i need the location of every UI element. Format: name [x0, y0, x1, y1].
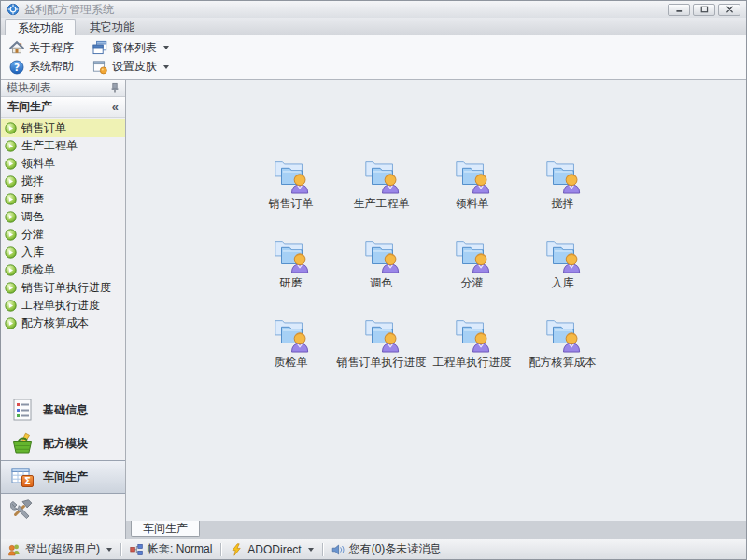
users-icon [7, 543, 21, 556]
pin-icon[interactable] [110, 82, 120, 94]
unread-messages-indicator[interactable]: 您有(0)条未读消息 [331, 541, 442, 557]
app-window: 益利配方管理系统 系统功能 其它功能 关于程序 窗体列表 系统帮助 [0, 0, 747, 560]
go-icon [5, 317, 17, 329]
sidebar-item-quality-check[interactable]: 质检单 [1, 261, 125, 279]
collapse-chevron-icon[interactable]: « [112, 101, 119, 113]
module-sales-order[interactable]: 销售订单 [246, 155, 336, 234]
sidebar-item-production-order[interactable]: 生产工程单 [1, 137, 125, 155]
section-workshop-production[interactable]: 车间生产 [1, 460, 125, 494]
module-group-title: 车间生产 [7, 99, 52, 115]
module-tinting[interactable]: 调色 [336, 234, 427, 314]
basket-icon [10, 431, 35, 455]
statusbar-separator [322, 543, 323, 556]
set-skin-label: 设置皮肤 [112, 59, 157, 75]
sidebar-item-mixing[interactable]: 搅拌 [1, 173, 125, 190]
module-panel-title: 模块列表 [7, 80, 51, 96]
module-quality-check[interactable]: 质检单 [246, 314, 336, 393]
module-panel-header: 模块列表 [1, 80, 125, 97]
statusbar-separator [120, 543, 121, 556]
toolbar: 关于程序 窗体列表 系统帮助 设置皮肤 [1, 35, 746, 80]
module-filling[interactable]: 分灌 [427, 234, 517, 314]
module-material-request[interactable]: 领料单 [427, 155, 517, 234]
go-icon [5, 211, 17, 223]
maximize-icon [700, 6, 709, 13]
sidebar-spacer [1, 332, 125, 393]
document-tab-workshop-production[interactable]: 车间生产 [131, 521, 200, 537]
sidebar-item-material-request[interactable]: 领料单 [1, 155, 125, 173]
sidebar-item-grinding[interactable]: 研磨 [1, 190, 125, 208]
tab-other-functions[interactable]: 其它功能 [78, 19, 147, 35]
about-program-button[interactable]: 关于程序 [6, 39, 78, 57]
system-help-button[interactable]: 系统帮助 [6, 58, 78, 76]
minimize-button[interactable] [668, 4, 690, 16]
sidebar-item-formula-cost[interactable]: 配方核算成本 [1, 315, 125, 332]
folder-user-icon [360, 314, 403, 353]
sidebar-item-sales-order[interactable]: 销售订单 [1, 119, 125, 137]
module-engineering-order-progress[interactable]: 工程单执行进度 [427, 314, 517, 393]
help-icon [9, 60, 24, 75]
sidebar-item-sales-order-progress[interactable]: 销售订单执行进度 [1, 279, 125, 297]
section-formula-module[interactable]: 配方模块 [1, 427, 125, 460]
ado-direct-button[interactable]: ADODirect [230, 543, 313, 556]
module-production-order[interactable]: 生产工程单 [336, 155, 427, 234]
window-title: 益利配方管理系统 [24, 2, 663, 18]
folder-user-icon [451, 155, 494, 194]
sidebar-item-tinting[interactable]: 调色 [1, 208, 125, 226]
form-list-button[interactable]: 窗体列表 [89, 39, 173, 57]
go-icon [5, 229, 17, 241]
module-formula-cost[interactable]: 配方核算成本 [517, 314, 608, 393]
titlebar: 益利配方管理系统 [1, 1, 746, 18]
go-icon [5, 140, 17, 152]
go-icon [5, 246, 17, 259]
dropdown-caret-icon [106, 548, 112, 552]
folder-user-icon [542, 314, 585, 353]
document-tabstrip: 车间生产 [126, 521, 746, 539]
statusbar: 登出(超级用户) 帐套: Normal ADODirect 您有(0)条未读消息 [1, 539, 746, 559]
folder-user-icon [270, 234, 313, 273]
module-mixing[interactable]: 搅拌 [517, 155, 608, 234]
go-icon [5, 282, 17, 294]
account-set-indicator: 帐套: Normal [130, 541, 212, 557]
folder-user-icon [360, 234, 403, 273]
maximize-button[interactable] [693, 4, 715, 16]
toolbar-row-1: 关于程序 窗体列表 [6, 39, 741, 57]
module-sales-order-progress[interactable]: 销售订单执行进度 [336, 314, 427, 393]
sidebar-sections: 基础信息 配方模块 车间生产 系统管理 [1, 393, 125, 539]
folder-user-icon [360, 155, 403, 194]
module-warehousing[interactable]: 入库 [517, 234, 608, 314]
module-list: 销售订单 生产工程单 领料单 搅拌 研磨 调色 分灌 入库 质检单 销售订单执行… [1, 118, 125, 332]
sidebar-item-filling[interactable]: 分灌 [1, 226, 125, 244]
list-icon [10, 398, 35, 422]
system-help-label: 系统帮助 [29, 59, 74, 75]
go-icon [5, 122, 17, 134]
go-icon [5, 193, 17, 205]
lightning-bolt-icon [230, 543, 243, 556]
account-link-icon [130, 543, 143, 556]
set-skin-button[interactable]: 设置皮肤 [89, 58, 173, 76]
window-controls [668, 4, 740, 16]
folder-user-icon [542, 234, 585, 273]
app-logo-icon [7, 3, 20, 16]
folder-user-icon [451, 314, 494, 353]
tab-system-functions[interactable]: 系统功能 [5, 19, 76, 35]
module-grinding[interactable]: 研磨 [246, 234, 336, 314]
minimize-icon [675, 6, 684, 13]
go-icon [5, 158, 17, 170]
close-button[interactable] [718, 4, 740, 16]
section-system-management[interactable]: 系统管理 [1, 494, 125, 527]
ribbon-tabstrip: 系统功能 其它功能 [1, 18, 746, 35]
logout-button[interactable]: 登出(超级用户) [7, 541, 112, 557]
section-basic-info[interactable]: 基础信息 [1, 393, 125, 427]
home-icon [9, 40, 24, 55]
dropdown-caret-icon [163, 65, 169, 69]
toolbar-row-2: 系统帮助 设置皮肤 [6, 58, 741, 76]
statusbar-separator [220, 543, 221, 556]
sidebar-item-warehousing[interactable]: 入库 [1, 244, 125, 261]
folder-user-icon [542, 155, 585, 194]
sidebar-item-engineering-order-progress[interactable]: 工程单执行进度 [1, 297, 125, 315]
folder-user-icon [270, 155, 313, 194]
content-area: 模块列表 车间生产 « 销售订单 生产工程单 领料单 搅拌 研磨 调色 分灌 入… [1, 80, 746, 539]
skin-icon [92, 60, 107, 75]
go-icon [5, 300, 17, 312]
close-icon [726, 6, 734, 13]
